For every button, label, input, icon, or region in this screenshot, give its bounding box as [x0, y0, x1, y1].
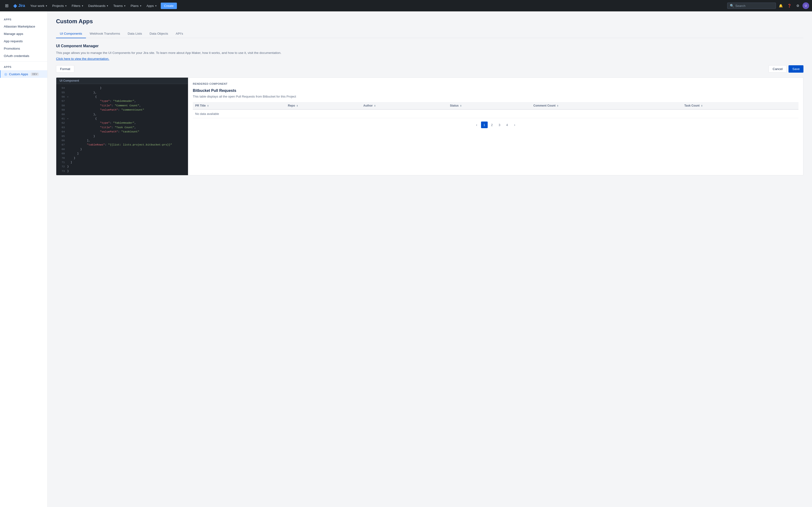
- tabs-bar: UI Components Webhook Transforms Data Li…: [56, 30, 804, 38]
- tab-webhook-transforms[interactable]: Webhook Transforms: [86, 30, 124, 38]
- create-button[interactable]: Create: [161, 3, 177, 9]
- nav-projects[interactable]: Projects ▾: [50, 0, 69, 11]
- pagination-page-3[interactable]: 3: [496, 121, 503, 128]
- code-line-73: }: [67, 169, 185, 173]
- jira-logo[interactable]: ◈ Jira: [11, 3, 27, 8]
- main-content: Custom Apps UI Components Webhook Transf…: [48, 11, 812, 507]
- search-input[interactable]: [735, 4, 773, 8]
- pagination-prev[interactable]: ‹: [474, 121, 480, 128]
- nav-plans[interactable]: Plans ▾: [128, 0, 144, 11]
- sidebar: Apps Atlassian Marketplace Manage apps A…: [0, 11, 48, 507]
- line-num-65: 65: [56, 134, 67, 138]
- sort-icon-author[interactable]: ⇕: [374, 105, 376, 107]
- sidebar-item-manage-apps[interactable]: Manage apps: [0, 30, 47, 38]
- sort-icon-repo[interactable]: ⇕: [296, 105, 298, 107]
- code-line-54: }: [67, 86, 185, 90]
- tab-data-objects[interactable]: Data Objects: [146, 30, 172, 38]
- code-line-72: }: [67, 165, 185, 169]
- sidebar-divider: [0, 61, 47, 62]
- cancel-button[interactable]: Cancel: [768, 65, 787, 73]
- line-num-59: 59: [56, 108, 67, 112]
- help-icon[interactable]: ❓: [786, 2, 793, 9]
- line-numbers: 54 55 56 57 58 59 60 61 62 63 64 65 66 6…: [56, 84, 67, 175]
- code-line-55: },: [67, 91, 185, 95]
- line-num-72: 72: [56, 165, 67, 169]
- sidebar-item-app-requests[interactable]: App requests: [0, 38, 47, 45]
- code-line-68: }: [67, 147, 185, 152]
- sort-icon-status[interactable]: ⇕: [460, 105, 462, 107]
- sidebar-item-atlassian-marketplace[interactable]: Atlassian Marketplace: [0, 23, 47, 30]
- doc-link[interactable]: Click here to view the documentation.: [56, 57, 109, 61]
- grid-icon[interactable]: ⊞: [3, 2, 10, 9]
- code-line-66: ],: [67, 138, 185, 143]
- table-row-no-data: No data available: [193, 109, 799, 118]
- sidebar-item-custom-apps[interactable]: ◎ Custom Apps DEV: [0, 70, 47, 78]
- nav-filters[interactable]: Filters ▾: [69, 0, 86, 11]
- pagination-next[interactable]: ›: [511, 121, 518, 128]
- line-num-57: 57: [56, 99, 67, 103]
- line-num-67: 67: [56, 143, 67, 147]
- pagination-page-2[interactable]: 2: [489, 121, 495, 128]
- pagination-page-4[interactable]: 4: [504, 121, 510, 128]
- pr-table: PR Title ⇕ Repo ⇕ Author ⇕: [193, 102, 799, 118]
- sort-icon-task-count[interactable]: ⇕: [701, 105, 703, 107]
- code-line-70: }: [67, 156, 185, 160]
- line-num-61: 61: [56, 117, 67, 121]
- format-button[interactable]: Format: [56, 65, 74, 73]
- sidebar-item-oauth-credentials[interactable]: OAuth credentials: [0, 52, 47, 60]
- nav-teams[interactable]: Teams ▾: [111, 0, 128, 11]
- component-title: Bitbucket Pull Requests: [193, 89, 799, 93]
- custom-apps-badge: DEV: [31, 73, 39, 76]
- chevron-down-icon: ▾: [46, 4, 47, 7]
- notifications-icon[interactable]: 🔔: [777, 2, 784, 9]
- sort-icon-comment-count[interactable]: ⇕: [557, 105, 559, 107]
- nav-your-work[interactable]: Your work ▾: [28, 0, 49, 11]
- page-title: Custom Apps: [56, 18, 804, 25]
- line-num-68: 68: [56, 147, 67, 152]
- line-num-54: 54: [56, 86, 67, 90]
- no-data-cell: No data available: [193, 109, 799, 118]
- line-num-71: 71: [56, 160, 67, 165]
- top-navigation: ⊞ ◈ Jira Your work ▾ Projects ▾ Filters …: [0, 0, 812, 11]
- nav-apps[interactable]: Apps ▾: [144, 0, 159, 11]
- line-num-58: 58: [56, 104, 67, 108]
- custom-apps-icon: ◎: [4, 72, 7, 76]
- sidebar-apps-sub-title: Apps: [0, 64, 47, 70]
- search-box[interactable]: 🔍: [727, 3, 776, 9]
- chevron-down-icon: ▾: [124, 4, 125, 7]
- nav-dashboards[interactable]: Dashboards ▾: [86, 0, 111, 11]
- line-num-55: 55: [56, 91, 67, 95]
- search-icon: 🔍: [730, 4, 734, 8]
- tab-ui-components[interactable]: UI Components: [56, 30, 86, 38]
- line-num-69: 69: [56, 152, 67, 156]
- logo-text: Jira: [18, 4, 25, 8]
- section-title: UI Component Manager: [56, 44, 804, 48]
- sort-icon-pr-title[interactable]: ⇕: [207, 105, 209, 107]
- th-author: Author ⇕: [361, 102, 447, 109]
- line-num-64: 64: [56, 129, 67, 134]
- line-num-70: 70: [56, 156, 67, 160]
- th-status: Status ⇕: [447, 102, 531, 109]
- settings-icon[interactable]: ⚙: [794, 2, 802, 9]
- code-line-65: }: [67, 134, 185, 138]
- sidebar-item-promotions[interactable]: Promotions: [0, 45, 47, 52]
- chevron-down-icon: ▾: [82, 4, 83, 7]
- code-editor-header: UI Component: [56, 77, 188, 84]
- code-lines: } }, ▾ { "type": "TableHeader", "title":…: [67, 84, 188, 175]
- main-nav: Your work ▾ Projects ▾ Filters ▾ Dashboa…: [28, 0, 159, 11]
- line-num-73: 73: [56, 169, 67, 173]
- action-buttons: Cancel Save: [768, 65, 804, 73]
- save-button[interactable]: Save: [789, 65, 804, 73]
- custom-apps-label: Custom Apps: [9, 72, 28, 76]
- th-pr-title: PR Title ⇕: [193, 102, 285, 109]
- tab-apis[interactable]: API's: [172, 30, 187, 38]
- pagination-page-1[interactable]: 1: [481, 121, 488, 128]
- code-editor[interactable]: UI Component 54 55 56 57 58 59 60 61 62 …: [56, 77, 188, 175]
- code-line-56: ▾ {: [67, 95, 185, 99]
- code-body: 54 55 56 57 58 59 60 61 62 63 64 65 66 6…: [56, 84, 188, 175]
- avatar[interactable]: U: [803, 2, 809, 9]
- code-line-64: "valuePath": "taskCount": [67, 129, 185, 134]
- tab-data-lists[interactable]: Data Lists: [124, 30, 146, 38]
- jira-logo-icon: ◈: [13, 3, 17, 8]
- code-line-57: "type": "TableHeader",: [67, 99, 185, 103]
